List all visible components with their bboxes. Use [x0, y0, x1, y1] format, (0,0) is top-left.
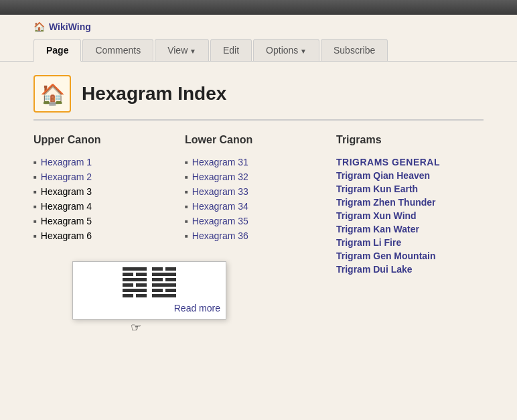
page-icon: 🏠	[33, 75, 71, 113]
tab-edit[interactable]: Edit	[210, 39, 252, 61]
tab-comments[interactable]: Comments	[82, 39, 153, 61]
list-item: Hexagram 31	[185, 157, 336, 167]
tab-subscribe[interactable]: Subscribe	[321, 39, 388, 61]
hexagram-31-link[interactable]: Hexagram 31	[192, 157, 248, 167]
trigrams-title: Trigrams	[336, 134, 484, 146]
hexagram-6-text: Hexagram 6	[41, 230, 92, 241]
house-icon: 🏠	[40, 82, 65, 106]
hex-line-broken	[152, 289, 176, 292]
hexagram-32-link[interactable]: Hexagram 32	[192, 171, 248, 182]
home-icon: 🏠	[33, 21, 45, 32]
hexagram-visual	[78, 267, 220, 297]
hex-line	[152, 273, 176, 276]
tab-options[interactable]: Options	[253, 39, 319, 61]
hexagram-36-link[interactable]: Hexagram 36	[192, 230, 248, 241]
list-item: Hexagram 5	[33, 216, 185, 226]
top-bar	[0, 0, 517, 15]
trigrams-general-link[interactable]: TRIGRAMS GENERAL	[336, 157, 484, 167]
tabs-bar: Page Comments View Edit Options Subscrib…	[0, 39, 517, 62]
trigrams-column: Trigrams TRIGRAMS GENERAL Trigram Qian H…	[336, 134, 484, 277]
tab-view[interactable]: View	[155, 39, 209, 61]
hexagram-1-link[interactable]: Hexagram 1	[41, 157, 92, 167]
list-item: Hexagram 2	[33, 171, 185, 182]
hexagram-tooltip: Read more	[72, 261, 226, 320]
lower-canon-title: Lower Canon	[185, 134, 336, 146]
read-more-link[interactable]: Read more	[78, 303, 220, 313]
hexagram-4-text: Hexagram 4	[41, 201, 92, 212]
hex-line	[152, 294, 176, 297]
header-divider	[33, 119, 484, 121]
list-item: Hexagram 6	[33, 230, 185, 241]
list-item: Hexagram 36	[185, 230, 336, 241]
hexagram-3-text: Hexagram 3	[41, 186, 92, 197]
hex-line-broken	[123, 273, 147, 276]
trigram-xun-link[interactable]: Trigram Xun Wind	[336, 210, 484, 221]
upper-canon-title: Upper Canon	[33, 134, 185, 146]
page-body: 🏠 Hexagram Index Upper Canon Hexagram 1 …	[0, 62, 517, 291]
upper-canon-list: Hexagram 1 Hexagram 2 Hexagram 3 Hexagra…	[33, 157, 185, 241]
list-item: Hexagram 1	[33, 157, 185, 167]
list-item: Hexagram 32	[185, 171, 336, 182]
columns-container: Upper Canon Hexagram 1 Hexagram 2 Hexagr…	[33, 134, 484, 277]
hex-line	[123, 267, 147, 271]
trigram-kun-link[interactable]: Trigram Kun Earth	[336, 184, 484, 194]
hex-line	[123, 278, 147, 281]
trigram-zhen-link[interactable]: Trigram Zhen Thunder	[336, 197, 484, 208]
hexagram-35-link[interactable]: Hexagram 35	[192, 216, 248, 226]
page-header: 🏠 Hexagram Index	[33, 75, 484, 113]
trigram-li-link[interactable]: Trigram Li Fire	[336, 237, 484, 248]
trigram-kan-link[interactable]: Trigram Kan Water	[336, 224, 484, 234]
upper-canon-column: Upper Canon Hexagram 1 Hexagram 2 Hexagr…	[33, 134, 185, 277]
hex-line	[123, 289, 147, 292]
hex-line-broken	[123, 294, 147, 297]
hexagram-2-link[interactable]: Hexagram 2	[41, 171, 92, 182]
list-item: Hexagram 3	[33, 186, 185, 197]
tab-page[interactable]: Page	[33, 39, 81, 62]
trigram-gen-link[interactable]: Trigram Gen Mountain	[336, 251, 484, 261]
hexagram-33-link[interactable]: Hexagram 33	[192, 186, 248, 197]
cursor: ☞	[131, 320, 141, 335]
breadcrumb: 🏠 WikiWing	[0, 15, 517, 39]
site-name[interactable]: WikiWing	[49, 21, 91, 32]
hexagram-5-text: Hexagram 5	[41, 216, 92, 226]
hex-line-broken	[152, 278, 176, 281]
lower-canon-list: Hexagram 31 Hexagram 32 Hexagram 33 Hexa…	[185, 157, 336, 241]
lower-canon-column: Lower Canon Hexagram 31 Hexagram 32 Hexa…	[185, 134, 336, 277]
list-item: Hexagram 34	[185, 201, 336, 212]
trigram-qian-link[interactable]: Trigram Qian Heaven	[336, 170, 484, 181]
hex-line-broken	[123, 283, 147, 287]
hexagram-34-link[interactable]: Hexagram 34	[192, 201, 248, 212]
list-item: Hexagram 33	[185, 186, 336, 197]
page-title: Hexagram Index	[82, 83, 226, 104]
hex-line	[152, 283, 176, 287]
list-item: Hexagram 4	[33, 201, 185, 212]
hex-symbol-left	[123, 267, 147, 297]
hex-line-broken	[152, 267, 176, 271]
hex-symbol-right	[152, 267, 176, 297]
main-content: 🏠 WikiWing Page Comments View Edit Optio…	[0, 15, 517, 420]
list-item: Hexagram 35	[185, 216, 336, 226]
trigram-dui-link[interactable]: Trigram Dui Lake	[336, 264, 484, 275]
